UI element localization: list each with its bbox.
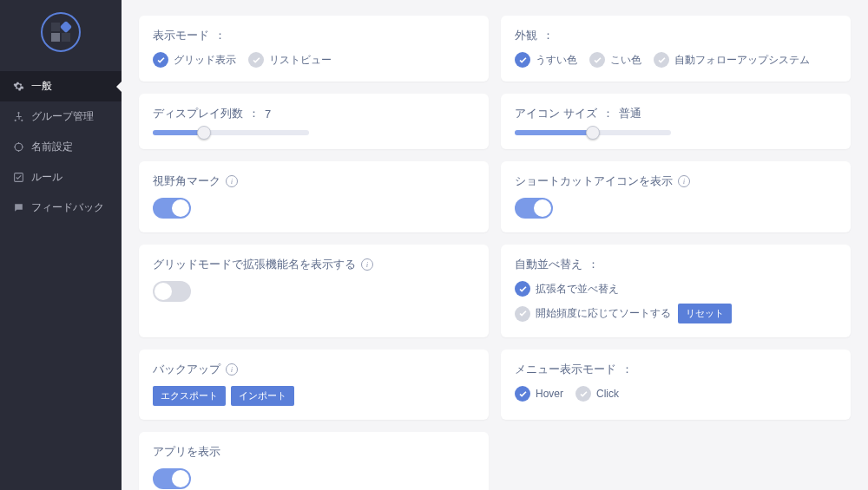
info-icon[interactable]: i	[678, 175, 690, 187]
option-list-view[interactable]: リストビュー	[248, 52, 332, 68]
card-appearance: 外観 うすい色 こい色 自動フォローアップシステム	[501, 16, 851, 82]
card-title: バックアップ i	[153, 362, 475, 377]
option-light-color[interactable]: うすい色	[515, 52, 577, 68]
card-fov-mark: 視野角マーク i	[139, 161, 489, 232]
logo-grid-icon	[51, 23, 70, 42]
hierarchy-icon	[12, 111, 24, 123]
card-display-mode: 表示モード グリッド表示 リストビュー	[139, 16, 489, 82]
svg-point-0	[15, 143, 23, 151]
target-icon	[12, 141, 24, 154]
check-icon	[575, 386, 591, 402]
card-title: アイコン サイズ： 普通	[515, 106, 837, 121]
option-hover[interactable]: Hover	[515, 386, 563, 402]
card-ext-name-grid: グリッドモードで拡張機能名を表示する i	[139, 245, 489, 337]
icon-size-slider[interactable]	[515, 130, 671, 135]
gear-icon	[12, 81, 24, 93]
card-title: 視野角マーク i	[153, 173, 475, 189]
sidebar-item-name-settings[interactable]: 名前設定	[0, 132, 122, 162]
sidebar-item-groups[interactable]: グループ管理	[0, 101, 122, 132]
app-root: 一般 グループ管理 名前設定 ルール フィードバック	[0, 0, 868, 490]
toggle-fov-mark[interactable]	[153, 198, 191, 219]
option-sort-by-name[interactable]: 拡張名で並べ替え	[515, 281, 619, 297]
reset-button[interactable]: リセット	[678, 304, 732, 323]
sidebar-item-feedback[interactable]: フィードバック	[0, 193, 122, 223]
card-title: ディスプレイ列数： 7	[153, 106, 475, 121]
check-icon	[153, 52, 168, 68]
check-icon	[248, 52, 264, 68]
card-title: アプリを表示	[153, 444, 475, 460]
toggle-ext-name-grid[interactable]	[153, 281, 191, 302]
info-icon[interactable]: i	[226, 175, 238, 187]
columns-value: 7	[265, 108, 271, 121]
card-title: メニュー表示モード	[515, 362, 837, 377]
card-icon-size: アイコン サイズ： 普通	[501, 94, 851, 149]
sidebar-item-label: ルール	[31, 170, 62, 185]
toggle-shortcut-icon[interactable]	[515, 198, 553, 219]
check-icon	[589, 52, 605, 68]
check-icon	[515, 306, 530, 322]
card-title: 自動並べ替え	[515, 257, 837, 272]
icon-size-value: 普通	[619, 106, 641, 121]
card-backup: バックアップ i エクスポート インポート	[139, 350, 489, 420]
card-show-apps: アプリを表示	[139, 432, 489, 490]
card-title: ショートカットアイコンを表示 i	[515, 173, 837, 189]
app-logo	[41, 12, 81, 52]
sidebar-item-label: フィードバック	[31, 200, 104, 215]
sidebar-item-label: 名前設定	[31, 140, 73, 154]
card-shortcut-icon: ショートカットアイコンを表示 i	[501, 161, 851, 232]
toggle-show-apps[interactable]	[153, 468, 191, 489]
card-menu-mode: メニュー表示モード Hover Click	[501, 350, 851, 420]
option-sort-by-frequency[interactable]: 開始頻度に応じてソートする	[515, 306, 671, 322]
checkbox-icon	[12, 172, 24, 184]
info-icon[interactable]: i	[226, 363, 238, 376]
card-title: グリッドモードで拡張機能名を表示する i	[153, 257, 475, 272]
slider-fill	[515, 130, 593, 135]
chat-icon	[12, 202, 24, 214]
option-dark-color[interactable]: こい色	[589, 52, 641, 68]
card-title: 外観	[515, 28, 837, 43]
info-icon[interactable]: i	[361, 258, 373, 271]
sidebar-item-general[interactable]: 一般	[0, 71, 122, 101]
option-auto-follow-system[interactable]: 自動フォローアップシステム	[654, 52, 810, 68]
sidebar-item-label: 一般	[31, 79, 52, 94]
check-icon	[515, 386, 530, 402]
columns-slider[interactable]	[153, 130, 309, 135]
slider-thumb[interactable]	[586, 126, 600, 140]
card-display-columns: ディスプレイ列数： 7	[139, 94, 489, 149]
settings-grid: 表示モード グリッド表示 リストビュー 外観 うすい	[122, 0, 868, 490]
check-icon	[654, 52, 669, 68]
sidebar: 一般 グループ管理 名前設定 ルール フィードバック	[0, 0, 122, 490]
card-title: 表示モード	[153, 28, 475, 43]
option-grid-view[interactable]: グリッド表示	[153, 52, 236, 68]
export-button[interactable]: エクスポート	[153, 386, 226, 406]
import-button[interactable]: インポート	[231, 386, 294, 406]
sidebar-item-label: グループ管理	[31, 109, 94, 124]
check-icon	[515, 52, 530, 68]
card-auto-sort: 自動並べ替え 拡張名で並べ替え 開始頻度に応じてソートする リセット	[501, 245, 851, 337]
slider-thumb[interactable]	[197, 126, 211, 140]
option-click[interactable]: Click	[575, 386, 619, 402]
check-icon	[515, 281, 530, 297]
sidebar-item-rules[interactable]: ルール	[0, 162, 122, 193]
